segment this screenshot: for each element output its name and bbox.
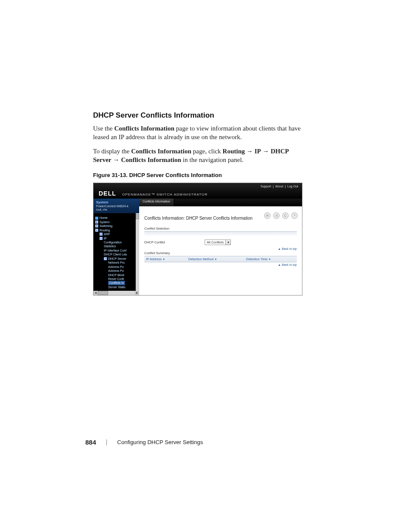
row-dhcp-conflict: DHCP Conflict All Conflicts ▾ [144, 238, 297, 246]
col-label: IP Address [146, 257, 162, 261]
label-dhcp-conflict: DHCP Conflict [144, 240, 205, 244]
tree-item-configuration[interactable]: Configuration [95, 240, 138, 244]
scrollbar-thumb[interactable] [136, 214, 139, 219]
tree-label: DHCP Bindi [108, 273, 124, 277]
scroll-right-button[interactable]: ► [135, 291, 139, 295]
text: Use the [93, 125, 114, 132]
tree-item-dhcp-server[interactable]: DHCP Server [95, 257, 138, 261]
refresh-button[interactable]: C [282, 212, 289, 219]
tree-item-ip-interface[interactable]: IP Interface Conf [95, 249, 138, 252]
tree-label: Network Pro [108, 261, 125, 264]
print-button[interactable]: ⎙ [273, 212, 280, 219]
chevron-down-icon: ▾ [225, 240, 230, 245]
tree-item-ip[interactable]: IP [95, 236, 138, 240]
tab-conflicts-information[interactable]: Conflicts Information [139, 199, 174, 206]
separator: | [273, 185, 274, 188]
sort-icon: ▼ [215, 258, 217, 261]
sidebar-header: System PowerConnect M8024-k root, r/w [93, 199, 139, 213]
footer-divider [106, 439, 107, 445]
app-body: System PowerConnect M8024-k root, r/w Ho… [93, 199, 302, 295]
back-to-top-link[interactable]: ▲Back to top [144, 262, 297, 267]
dhcp-conflict-select[interactable]: All Conflicts ▾ [205, 240, 231, 245]
separator: | [285, 185, 286, 188]
about-link[interactable]: About [275, 185, 283, 188]
tree-label: IP Interface Conf [104, 249, 126, 252]
scroll-left-button[interactable]: ◄ [93, 291, 98, 295]
tree-label: IP [104, 236, 107, 240]
nav-step-routing: Routing [223, 148, 245, 155]
col-detection-time[interactable]: Detection Time▼ [244, 256, 297, 262]
tree-label: DHCP Client Lea [104, 252, 127, 256]
logout-link[interactable]: Log Out [287, 185, 298, 188]
panel-label-conflict-summary: Conflict Summary [144, 251, 297, 256]
help-button[interactable]: ? [291, 212, 298, 219]
tree-item-switching[interactable]: Switching [95, 224, 138, 228]
product-name: OPENMANAGE™ SWITCH ADMINISTRATOR [122, 193, 208, 196]
app-header: Support | About | Log Out DELL OPENMANAG… [93, 183, 302, 199]
tree-item-address-pool-2[interactable]: Address Po [95, 269, 138, 273]
tree-label: Reset Confi [108, 277, 124, 281]
page-toolbar: H ⎙ C ? [264, 212, 298, 219]
tree-item-dhcp-bindings[interactable]: DHCP Bindi [95, 273, 138, 277]
arrow-icon: → [263, 147, 269, 155]
collapse-icon[interactable] [95, 229, 98, 232]
summary-table-header: IP Address▼ Detection Method▼ Detection … [144, 256, 297, 262]
collapse-icon[interactable] [100, 237, 103, 240]
main-panel: Conflicts Information H ⎙ C ? Conflicts … [139, 199, 302, 295]
triangle-up-icon: ▲ [278, 247, 281, 250]
tree-item-routing[interactable]: Routing [95, 228, 138, 232]
triangle-up-icon: ▲ [278, 263, 281, 266]
user-role: root, r/w [96, 208, 137, 212]
scroll-track[interactable] [98, 291, 135, 295]
tree-item-address-pool-1[interactable]: Address Po [95, 265, 138, 269]
tree-label: System [100, 220, 109, 224]
tree-item-conflicts[interactable]: Conflicts In [95, 281, 138, 285]
scrollbar-thumb[interactable] [98, 291, 108, 295]
tree-label: Address Po [108, 269, 124, 273]
chapter-title: Configuring DHCP Server Settings [117, 439, 203, 445]
expand-icon[interactable] [95, 224, 98, 227]
paragraph-1: Use the Conflicts Information page to vi… [93, 124, 304, 142]
tree-label: Routing [100, 228, 110, 232]
col-label: Detection Method [188, 257, 214, 261]
tree-label: ARP [104, 232, 110, 236]
col-label: Detection Time [246, 257, 268, 261]
arrow-icon: → [113, 156, 119, 163]
emphasis: Conflicts Information [131, 148, 192, 155]
collapse-icon[interactable] [104, 257, 107, 260]
sort-icon: ▼ [162, 258, 165, 261]
tree-item-network-pro[interactable]: Network Pro [95, 261, 138, 264]
tree-item-home[interactable]: Home [95, 216, 138, 220]
tab-bar: Conflicts Information [139, 199, 302, 206]
page-number: 884 [85, 439, 96, 446]
tree-item-statistics[interactable]: Statistics [95, 244, 138, 248]
tree-item-reset-config[interactable]: Reset Confi [95, 277, 138, 281]
back-to-top-link[interactable]: ▲Back to top [144, 246, 297, 251]
section-heading: DHCP Server Conflicts Information [93, 111, 304, 120]
nav-step-ip: IP [255, 148, 261, 155]
text: page, click [191, 148, 222, 155]
tree-label-selected: Conflicts In [108, 281, 125, 285]
expand-icon[interactable] [95, 221, 98, 224]
save-button[interactable]: H [264, 212, 271, 219]
tree-item-system[interactable]: System [95, 220, 138, 224]
nav-tree: Home System Switching Routing ARP IP Con… [93, 213, 139, 290]
back-to-top-label: Back to top [282, 263, 297, 266]
sidebar-vscrollbar[interactable] [136, 213, 139, 291]
sidebar-hscrollbar[interactable]: ◄ ► [93, 291, 139, 295]
tree-label: Switching [100, 224, 112, 228]
col-detection-method[interactable]: Detection Method▼ [187, 256, 244, 262]
tree-label: Server Statis [108, 285, 125, 289]
nav-sidebar: System PowerConnect M8024-k root, r/w Ho… [93, 199, 139, 295]
expand-icon[interactable] [100, 233, 103, 236]
paragraph-2: To display the Conflicts Information pag… [93, 147, 304, 165]
dell-logo: DELL [99, 190, 116, 197]
tree-label: Statistics [104, 244, 116, 248]
tree-item-server-stats[interactable]: Server Statis [95, 285, 138, 289]
tree-label: DHCP Server [108, 257, 126, 261]
tree-item-dhcp-client[interactable]: DHCP Client Lea [95, 252, 138, 256]
tree-label: Address Po [108, 265, 124, 269]
support-link[interactable]: Support [261, 185, 271, 188]
col-ip-address[interactable]: IP Address▼ [144, 256, 187, 262]
tree-item-arp[interactable]: ARP [95, 232, 138, 236]
